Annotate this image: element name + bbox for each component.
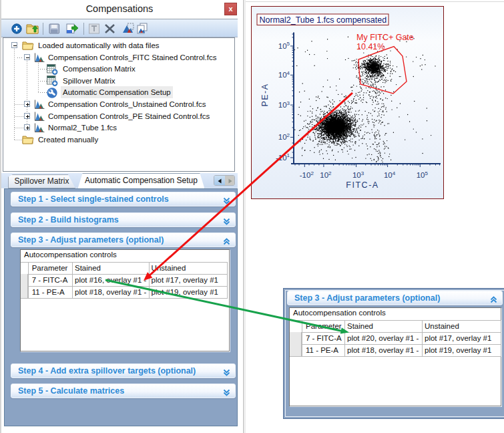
svg-text:My FITC+ Gate: My FITC+ Gate [356, 33, 414, 42]
svg-text:Normal2_Tube 1.fcs compensated: Normal2_Tube 1.fcs compensated [260, 15, 387, 25]
svg-text:PE-A: PE-A [260, 83, 270, 106]
svg-text:FITC-A: FITC-A [346, 180, 379, 190]
svg-text:10.41%: 10.41% [356, 42, 385, 51]
